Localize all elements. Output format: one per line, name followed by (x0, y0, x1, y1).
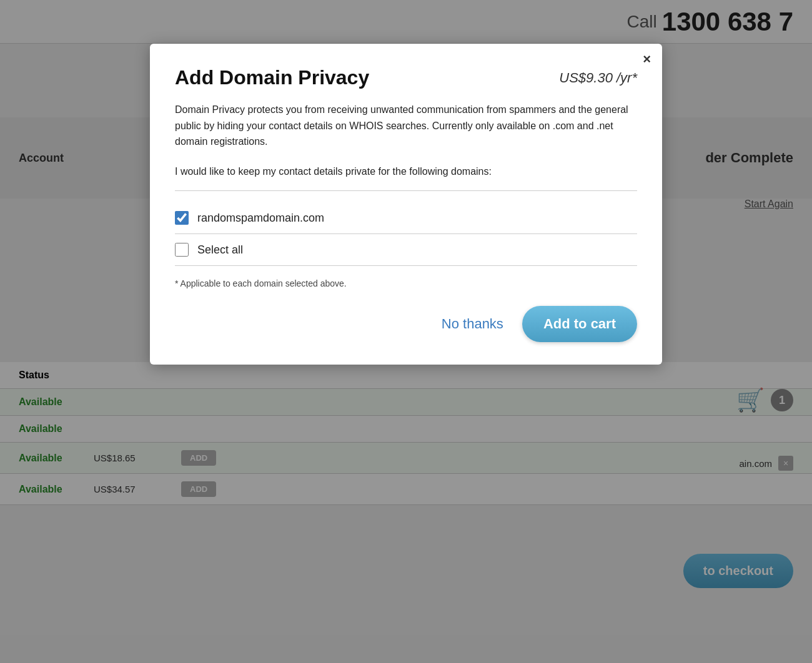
select-all-option: Select all (175, 234, 637, 266)
add-domain-privacy-modal: × Add Domain Privacy US$9.30 /yr* Domain… (150, 44, 662, 365)
close-button[interactable]: × (643, 52, 651, 66)
modal-divider (175, 190, 637, 191)
domain-option: randomspamdomain.com (175, 202, 637, 234)
modal-actions: No thanks Add to cart (175, 306, 637, 342)
modal-header: Add Domain Privacy US$9.30 /yr* (175, 66, 637, 89)
domain-checkbox[interactable] (175, 211, 189, 225)
select-all-label: Select all (197, 243, 243, 257)
domain-label: randomspamdomain.com (197, 212, 324, 225)
add-to-cart-button[interactable]: Add to cart (522, 306, 637, 342)
modal-footnote: * Applicable to each domain selected abo… (175, 278, 637, 288)
select-all-checkbox[interactable] (175, 243, 189, 257)
no-thanks-button[interactable]: No thanks (442, 316, 503, 332)
modal-domain-prompt: I would like to keep my contact details … (175, 164, 637, 180)
modal-overlay: × Add Domain Privacy US$9.30 /yr* Domain… (0, 0, 812, 663)
modal-title: Add Domain Privacy (175, 66, 369, 89)
modal-price: US$9.30 /yr* (559, 70, 637, 86)
modal-description: Domain Privacy protects you from receivi… (175, 102, 637, 150)
